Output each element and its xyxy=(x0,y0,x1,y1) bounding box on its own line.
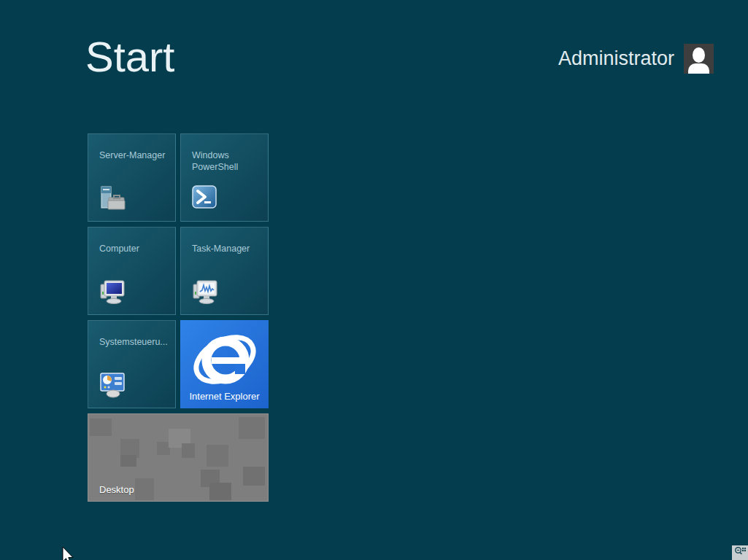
start-screen: { "header": { "title": "Start", "user_na… xyxy=(0,0,748,560)
tile-label: Windows PowerShell xyxy=(192,149,259,174)
control-panel-icon xyxy=(99,372,126,398)
user-avatar-icon xyxy=(684,44,714,74)
tile-desktop[interactable]: Desktop xyxy=(88,413,269,502)
user-name: Administrator xyxy=(558,47,674,70)
tile-task-manager[interactable]: Task-Manager xyxy=(180,227,269,315)
tile-windows-powershell[interactable]: Windows PowerShell xyxy=(180,133,269,222)
tile-server-manager[interactable]: Server-Manager xyxy=(88,133,176,222)
powershell-icon xyxy=(192,185,218,211)
tile-label: Server-Manager xyxy=(99,149,166,161)
tile-label: Internet Explorer xyxy=(180,391,269,402)
tile-label: Systemsteueru... xyxy=(99,336,166,348)
semantic-zoom-out-icon xyxy=(734,546,746,559)
task-manager-icon xyxy=(192,279,218,305)
semantic-zoom-button[interactable] xyxy=(732,545,748,560)
server-manager-icon xyxy=(99,185,126,211)
internet-explorer-icon xyxy=(190,327,260,390)
computer-icon xyxy=(99,279,126,305)
mouse-cursor xyxy=(61,547,76,560)
tile-computer[interactable]: Computer xyxy=(88,227,176,315)
user-badge[interactable]: Administrator xyxy=(558,43,714,74)
tile-internet-explorer[interactable]: Internet Explorer xyxy=(180,320,269,408)
tile-systemsteuerung[interactable]: Systemsteueru... xyxy=(88,320,176,408)
page-title: Start xyxy=(85,32,175,81)
tile-label: Task-Manager xyxy=(192,243,259,254)
tile-label: Computer xyxy=(99,243,166,254)
tile-label: Desktop xyxy=(99,484,134,495)
